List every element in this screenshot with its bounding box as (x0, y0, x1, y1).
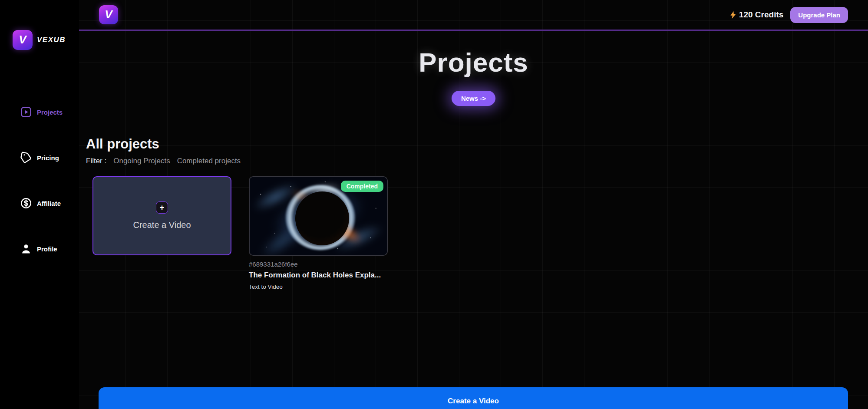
sidebar-item-label: Projects (37, 109, 63, 116)
app-logo[interactable]: V (99, 5, 118, 24)
create-video-bottom-button[interactable]: Create a Video (99, 387, 848, 409)
filter-completed-projects[interactable]: Completed projects (177, 157, 241, 165)
sidebar-item-label: Affiliate (37, 200, 61, 207)
sidebar-item-label: Pricing (37, 154, 59, 162)
app-logo-letter: V (105, 8, 112, 21)
sidebar-item-affiliate[interactable]: Affiliate (0, 195, 79, 211)
person-icon (20, 243, 32, 255)
project-type: Text to Video (249, 284, 388, 290)
project-id: #689331a26f6ee (249, 261, 388, 268)
sidebar-brand[interactable]: V VEXUB (13, 30, 66, 50)
play-square-icon (20, 106, 32, 118)
filter-row: Filter : Ongoing Projects Completed proj… (86, 157, 868, 165)
plus-icon: + (156, 201, 168, 214)
brand-name: VEXUB (37, 36, 66, 44)
main-content-area: V 120 Credits Upgrade Plan Projects News… (79, 0, 868, 409)
status-badge: Completed (341, 181, 383, 192)
news-button-wrap: News -> (79, 91, 868, 106)
sidebar-logo-letter: V (19, 33, 26, 46)
lightning-bolt-icon (729, 10, 738, 20)
plus-glyph: + (160, 204, 165, 211)
dollar-circle-icon (20, 197, 32, 209)
sidebar-item-profile[interactable]: Profile (0, 241, 79, 257)
sidebar-item-label: Profile (37, 245, 57, 253)
price-tag-icon (20, 152, 32, 164)
section-title: All projects (86, 136, 868, 152)
filter-label: Filter : (86, 157, 106, 165)
project-title: The Formation of Black Holes Expla... (249, 271, 388, 280)
credits-display: 120 Credits (729, 10, 783, 20)
topbar-right-group: 120 Credits Upgrade Plan (729, 7, 848, 23)
create-video-card-label: Create a Video (133, 220, 191, 230)
sidebar: V VEXUB Projects Pricing Affiliate (0, 0, 79, 409)
upgrade-plan-button[interactable]: Upgrade Plan (790, 7, 848, 23)
create-video-card[interactable]: + Create a Video (92, 176, 231, 255)
project-cards-row: + Create a Video Completed (79, 176, 868, 290)
sidebar-item-projects[interactable]: Projects (0, 104, 79, 120)
black-hole-core (295, 191, 349, 245)
sidebar-item-pricing[interactable]: Pricing (0, 150, 79, 165)
sidebar-logo: V (13, 30, 33, 50)
page-title: Projects (79, 47, 868, 78)
project-card: Completed #689331a26f6ee The Formation o… (249, 176, 388, 290)
projects-section: All projects Filter : Ongoing Projects C… (79, 136, 868, 165)
news-button[interactable]: News -> (452, 91, 495, 106)
credits-label: 120 Credits (739, 10, 783, 20)
filter-ongoing-projects[interactable]: Ongoing Projects (113, 157, 170, 165)
project-thumbnail[interactable]: Completed (249, 176, 388, 256)
top-bar: V 120 Credits Upgrade Plan (79, 0, 868, 31)
